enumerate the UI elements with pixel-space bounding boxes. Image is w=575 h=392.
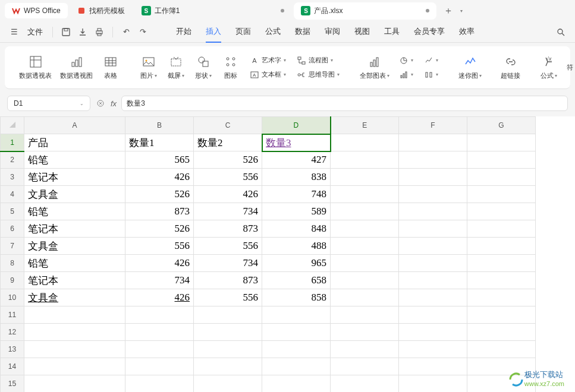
- column-header-E[interactable]: E: [331, 117, 399, 134]
- app-tab-wps[interactable]: WPS Office: [5, 3, 68, 18]
- name-box[interactable]: D1 ⌄: [7, 96, 90, 111]
- cell[interactable]: [262, 375, 331, 393]
- cell[interactable]: [331, 375, 399, 393]
- cell[interactable]: [331, 289, 399, 306]
- cell[interactable]: 526: [125, 186, 194, 203]
- cell[interactable]: [24, 341, 125, 358]
- cell[interactable]: [194, 358, 262, 375]
- cell[interactable]: [399, 186, 467, 203]
- picture-button[interactable]: 图片▾: [136, 52, 162, 83]
- cell[interactable]: [262, 306, 331, 324]
- menu-tab-9[interactable]: 效率: [459, 21, 475, 43]
- cell[interactable]: 838: [262, 169, 331, 186]
- mindmap-button[interactable]: 思维导图▾: [294, 68, 342, 81]
- cell[interactable]: [467, 272, 536, 289]
- menu-tab-1[interactable]: 插入: [206, 21, 221, 43]
- column-header-D[interactable]: D: [262, 117, 331, 134]
- column-header-F[interactable]: F: [399, 117, 467, 134]
- chart-compare-button[interactable]: ▾: [422, 68, 441, 81]
- wordart-button[interactable]: A艺术字▾: [247, 54, 288, 67]
- select-all-corner[interactable]: [1, 117, 24, 134]
- chart-pie-button[interactable]: ▾: [397, 54, 416, 67]
- cell[interactable]: [194, 324, 262, 341]
- cell[interactable]: [399, 203, 467, 220]
- cancel-icon[interactable]: [95, 96, 106, 110]
- cell[interactable]: [399, 358, 467, 375]
- cell[interactable]: 文具盒: [24, 186, 125, 203]
- redo-icon[interactable]: ↷: [136, 25, 150, 39]
- formula-input[interactable]: 数量3: [121, 96, 568, 111]
- cell[interactable]: [399, 238, 467, 255]
- cell[interactable]: 426: [125, 169, 194, 186]
- cell[interactable]: [24, 324, 125, 341]
- cell[interactable]: 589: [262, 203, 331, 220]
- row-header[interactable]: 4: [1, 186, 24, 203]
- cell[interactable]: [262, 341, 331, 358]
- cell[interactable]: [331, 203, 399, 220]
- cell[interactable]: [399, 272, 467, 289]
- cell[interactable]: [467, 255, 536, 272]
- cell[interactable]: 873: [194, 272, 262, 289]
- menu-tab-2[interactable]: 页面: [235, 21, 251, 43]
- cell[interactable]: [125, 375, 194, 393]
- cell[interactable]: [467, 341, 536, 358]
- cell[interactable]: 526: [125, 220, 194, 238]
- icon-button[interactable]: 图标: [218, 52, 244, 83]
- row-header[interactable]: 15: [1, 375, 24, 393]
- cell[interactable]: 铅笔: [24, 151, 125, 169]
- column-header-A[interactable]: A: [24, 117, 125, 134]
- cell[interactable]: [399, 255, 467, 272]
- cell[interactable]: 笔记本: [24, 272, 125, 289]
- cell[interactable]: [467, 289, 536, 306]
- cell[interactable]: [331, 358, 399, 375]
- cell[interactable]: [399, 324, 467, 341]
- cell[interactable]: [467, 306, 536, 324]
- menu-icon[interactable]: ☰: [7, 25, 21, 39]
- undo-icon[interactable]: ↶: [119, 25, 133, 39]
- menu-tab-0[interactable]: 开始: [176, 21, 191, 43]
- doc-tab-1[interactable]: S 工作簿1: [134, 2, 292, 20]
- cell[interactable]: [331, 324, 399, 341]
- cell[interactable]: [194, 341, 262, 358]
- cell[interactable]: 数量1: [125, 134, 194, 151]
- cell[interactable]: [399, 151, 467, 169]
- cell[interactable]: [467, 220, 536, 238]
- cell[interactable]: 734: [194, 203, 262, 220]
- cell[interactable]: [125, 306, 194, 324]
- fx-label[interactable]: fx: [111, 99, 117, 108]
- cell[interactable]: 873: [194, 220, 262, 238]
- cell[interactable]: [399, 220, 467, 238]
- row-header[interactable]: 11: [1, 306, 24, 324]
- cell[interactable]: 734: [125, 272, 194, 289]
- save-icon[interactable]: [59, 25, 73, 39]
- row-header[interactable]: 10: [1, 289, 24, 306]
- cell[interactable]: 734: [194, 255, 262, 272]
- cell[interactable]: 文具盒: [24, 289, 125, 306]
- cell[interactable]: 文具盒: [24, 238, 125, 255]
- cell[interactable]: [399, 306, 467, 324]
- new-tab-button[interactable]: ＋: [439, 2, 458, 20]
- sparkline-button[interactable]: 迷你图▾: [455, 52, 485, 83]
- cell[interactable]: 526: [194, 151, 262, 169]
- row-header[interactable]: 14: [1, 358, 24, 375]
- cell[interactable]: [125, 341, 194, 358]
- cell[interactable]: 铅笔: [24, 203, 125, 220]
- cell[interactable]: [399, 169, 467, 186]
- cell[interactable]: [399, 341, 467, 358]
- cell[interactable]: [24, 306, 125, 324]
- print-icon[interactable]: [92, 25, 106, 39]
- row-header[interactable]: 5: [1, 203, 24, 220]
- shape-button[interactable]: 形状▾: [190, 52, 216, 83]
- cell[interactable]: 873: [125, 203, 194, 220]
- cell[interactable]: 数量3: [262, 134, 331, 151]
- formula-button[interactable]: √x 公式▾: [536, 52, 562, 83]
- cell[interactable]: [467, 169, 536, 186]
- symbol-button[interactable]: 符: [563, 61, 575, 74]
- cell[interactable]: [467, 151, 536, 169]
- cell[interactable]: 铅笔: [24, 255, 125, 272]
- row-header[interactable]: 6: [1, 220, 24, 238]
- cell[interactable]: 848: [262, 220, 331, 238]
- export-icon[interactable]: [76, 25, 90, 39]
- cell[interactable]: [467, 238, 536, 255]
- cell[interactable]: [125, 358, 194, 375]
